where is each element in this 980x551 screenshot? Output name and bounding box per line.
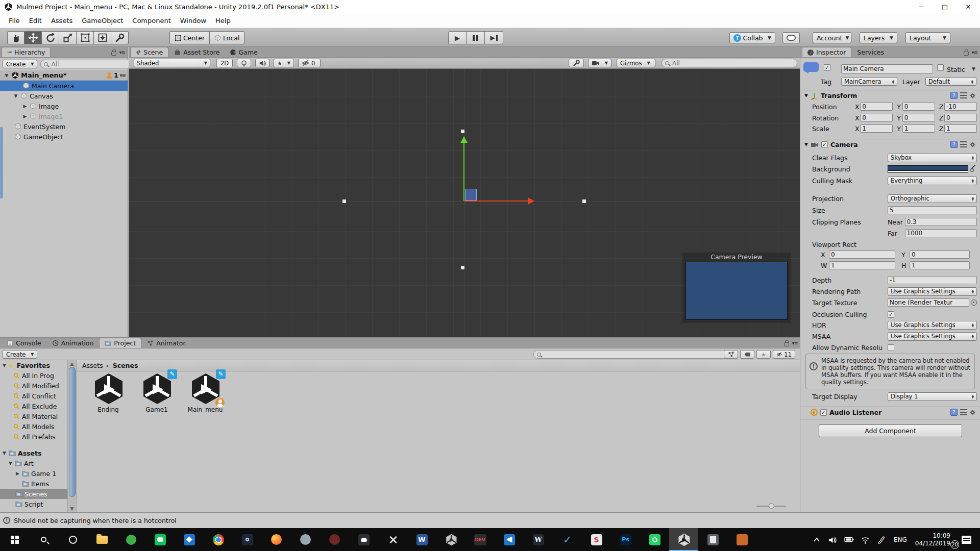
tree-folder-scenes[interactable]: Scenes [0, 489, 67, 499]
taskbar-app-line[interactable] [145, 528, 175, 551]
foldout-arrow-icon[interactable]: ▼ [804, 142, 808, 147]
pen-button[interactable] [874, 528, 890, 551]
scale-tool-button[interactable] [59, 31, 77, 44]
lock-icon[interactable] [784, 342, 789, 346]
rotate-tool-button[interactable] [42, 31, 59, 44]
viewport-x-field[interactable] [829, 251, 895, 259]
taskbar-app-whatsapp[interactable] [640, 528, 669, 551]
lock-icon[interactable] [964, 52, 969, 56]
audio-toggle-button[interactable] [255, 59, 270, 67]
step-button[interactable]: ▶ [485, 31, 503, 44]
menu-window[interactable]: Window [176, 17, 211, 24]
scale-x-field[interactable] [860, 124, 893, 133]
pause-button[interactable] [467, 31, 485, 44]
play-button[interactable]: ▶ [448, 31, 467, 44]
hdr-dropdown[interactable]: Use Graphics Settings▲▼ [888, 321, 977, 330]
project-tree-scrollbar[interactable]: ▲ ▼ [67, 360, 77, 512]
2d-toggle-button[interactable]: 2D [216, 59, 233, 67]
lock-icon[interactable] [111, 52, 116, 56]
pane-menu-icon[interactable]: ▾≡ [119, 49, 125, 55]
presets-icon[interactable] [960, 141, 967, 147]
menu-component[interactable]: Component [128, 17, 175, 24]
tray-expand-button[interactable] [809, 528, 824, 551]
favorites-root[interactable]: ▼ ★ Favorites [0, 360, 67, 370]
taskbar-app-gray[interactable] [291, 528, 320, 551]
rotation-x-field[interactable] [860, 114, 893, 122]
camera-component-header[interactable]: ▼ ✓ Camera [800, 139, 980, 149]
assets-root[interactable]: ▼ Assets [0, 448, 67, 458]
file-explorer-button[interactable] [87, 528, 116, 551]
gear-icon[interactable] [969, 92, 976, 99]
layers-dropdown[interactable]: Layers▼ [860, 32, 897, 43]
language-indicator[interactable]: ENG [891, 528, 910, 551]
gear-icon[interactable] [969, 409, 976, 416]
transform-component-header[interactable]: ▼ Transform [800, 90, 980, 101]
favorites-search-button[interactable]: ★ [756, 350, 771, 359]
collapsed-arrow-icon[interactable]: ▶ [22, 114, 28, 119]
project-search-input[interactable] [543, 350, 727, 359]
maximize-button[interactable]: □ [933, 0, 957, 14]
asset-ending[interactable]: Ending [86, 372, 130, 413]
gizmo-y-axis[interactable] [463, 143, 464, 201]
hierarchy-scrollbar[interactable] [0, 127, 3, 198]
component-tools-button[interactable] [569, 59, 584, 67]
hierarchy-scene-row[interactable]: ▼ Main_menu* 1 ▾≡ [0, 70, 128, 81]
account-dropdown[interactable]: Account▼ [813, 32, 851, 43]
taskbar-app-s[interactable]: S [582, 528, 611, 551]
rotation-y-field[interactable] [902, 114, 935, 122]
taskbar-app-unity-active[interactable] [669, 528, 698, 551]
audio-listener-header[interactable]: ▼ ✓ Audio Listener [800, 407, 980, 417]
menu-edit[interactable]: Edit [24, 17, 46, 24]
scene-camera-dropdown[interactable]: ▼ [588, 59, 611, 67]
project-search[interactable] [533, 350, 730, 359]
space-local-button[interactable]: Local [210, 31, 244, 44]
viewport-w-field[interactable] [829, 261, 895, 269]
position-y-field[interactable] [902, 103, 935, 111]
network-button[interactable] [858, 528, 873, 551]
collab-dropdown[interactable]: ↑ Collab ▼ [729, 32, 775, 43]
taskbar-app-vscode[interactable] [495, 528, 524, 551]
expand-arrow-icon[interactable]: ▼ [2, 363, 7, 368]
position-x-field[interactable] [860, 103, 893, 111]
tab-inspector[interactable]: i Inspector [802, 47, 851, 57]
presets-icon[interactable] [960, 409, 967, 415]
near-field[interactable] [905, 218, 977, 226]
projection-dropdown[interactable]: Orthographic▲▼ [888, 194, 977, 203]
help-icon[interactable] [950, 409, 958, 416]
tree-folder-items[interactable]: Items [0, 479, 67, 489]
tree-folder-art[interactable]: ▼ Art [0, 458, 67, 468]
tab-animation[interactable]: Animation [47, 338, 99, 348]
static-dropdown-icon[interactable]: ▼ [972, 66, 975, 71]
hierarchy-search-input[interactable] [50, 60, 129, 68]
tab-project[interactable]: Project [99, 338, 141, 348]
hierarchy-item-eventsystem[interactable]: EventSystem [0, 121, 128, 132]
scene-menu-icon[interactable]: ▾≡ [120, 72, 126, 78]
tag-dropdown[interactable]: MainCamera ▲▼ [841, 77, 897, 86]
taskbar-app-unity[interactable] [436, 528, 465, 551]
hand-tool-button[interactable] [7, 31, 24, 44]
search-by-label-button[interactable] [740, 350, 754, 359]
scene-visibility-button[interactable]: 0 [298, 59, 321, 67]
expand-arrow-icon[interactable]: ▼ [4, 73, 9, 78]
volume-button[interactable] [825, 528, 841, 551]
tab-asset-store[interactable]: Asset Store [169, 47, 225, 57]
clear-flags-dropdown[interactable]: Skybox▲▼ [888, 154, 977, 162]
gizmos-dropdown[interactable]: Gizmos ▼ [617, 59, 655, 67]
lighting-toggle-button[interactable] [237, 59, 251, 67]
favorite-all-modified[interactable]: All Modified [0, 381, 67, 391]
cloud-services-button[interactable] [782, 32, 800, 43]
taskbar-app-darkred[interactable] [320, 528, 349, 551]
rect-tool-button[interactable] [77, 31, 94, 44]
rect-handle-bottom[interactable] [461, 266, 464, 269]
cortana-button[interactable] [58, 528, 87, 551]
background-color-swatch[interactable] [888, 165, 968, 173]
rotation-z-field[interactable] [944, 114, 977, 122]
camera-enabled-checkbox[interactable]: ✓ [821, 141, 828, 148]
hierarchy-item-gameobject[interactable]: GameObject [0, 132, 128, 142]
favorite-all-excluded[interactable]: All Exclude [0, 401, 67, 411]
taskbar-app-blue[interactable] [175, 528, 204, 551]
camera-gizmo-rect[interactable] [465, 189, 477, 201]
layout-dropdown[interactable]: Layout▼ [905, 32, 950, 43]
start-button[interactable] [0, 528, 29, 551]
move-tool-button[interactable] [24, 31, 42, 44]
